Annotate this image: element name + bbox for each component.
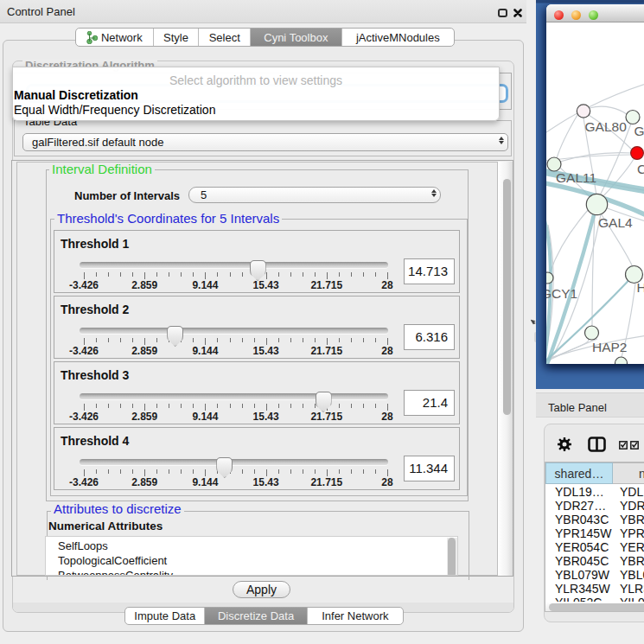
svg-text:HAP2: HAP2: [592, 340, 628, 354]
svg-text:C: C: [637, 162, 644, 176]
svg-text:H: H: [637, 280, 644, 295]
svg-text:GCY1: GCY1: [546, 286, 577, 301]
svg-text:GA: GA: [634, 124, 644, 138]
svg-text:GAL80: GAL80: [585, 119, 628, 134]
svg-text:GAL4: GAL4: [598, 215, 633, 230]
svg-text:GAL11: GAL11: [556, 170, 596, 185]
